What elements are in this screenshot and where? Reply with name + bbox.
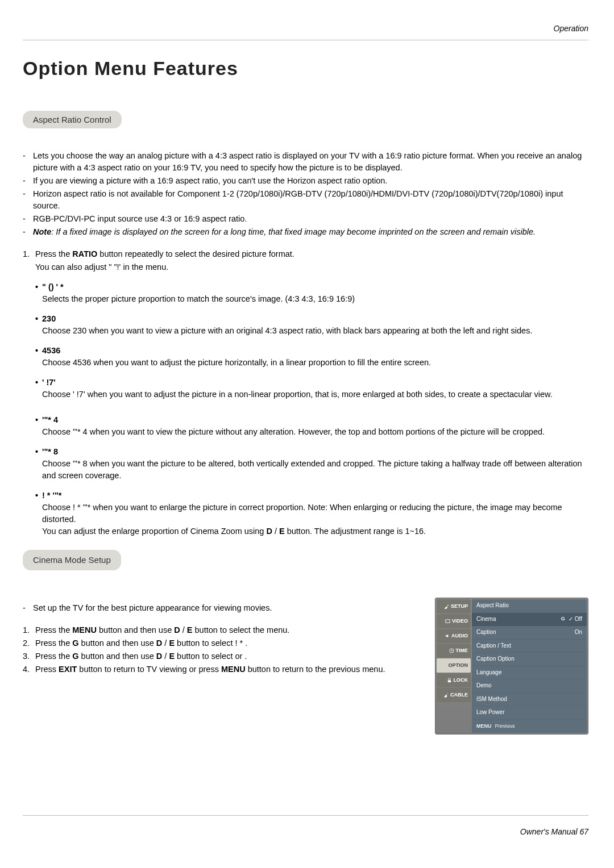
cinema-heading: Cinema Mode Setup	[23, 550, 121, 570]
osd-tab-option[interactable]: OPTION	[437, 658, 471, 673]
osd-row[interactable]: Language	[472, 666, 587, 680]
cinema-dash: Set up the TV for the best picture appea…	[33, 602, 419, 614]
note-label: Note	[33, 227, 51, 236]
osd-row[interactable]: ISM Method	[472, 693, 587, 707]
osd-row[interactable]: Caption / Text	[472, 640, 587, 653]
step-subtext: You can also adjust " "!' in the menu.	[23, 261, 588, 273]
bullet-desc: Choose 230 when you want to view a pictu…	[35, 325, 588, 337]
bullet-name: 230	[42, 314, 56, 323]
osd-row[interactable]: Demo	[472, 679, 587, 693]
bullet-name: '"* 8	[42, 447, 58, 456]
bullet-desc: Choose ' !7' when you want to adjust the…	[35, 389, 588, 400]
bullet-desc-2: You can adjust the enlarge proportion of…	[35, 525, 588, 537]
osd-value: Off	[575, 615, 582, 624]
aspect-dash-list: -Lets you choose the way an analog pictu…	[23, 150, 588, 238]
osd-value: On	[575, 628, 582, 637]
note-text: : If a fixed image is displayed on the s…	[51, 227, 536, 236]
bullet-name: ' !7'	[42, 378, 56, 387]
tv-icon	[445, 619, 450, 624]
osd-row[interactable]: Low Power	[472, 706, 587, 720]
cinema-step: Press the MENU button and then use D / E…	[35, 624, 419, 636]
aspect-steps: 1. Press the RATIO button repeatedly to …	[23, 248, 588, 273]
osd-tabs: SETUP VIDEO AUDIO TIME OPTION	[437, 599, 471, 733]
section-header: Operation	[554, 24, 588, 33]
dash-item: If you are viewing a picture with a 16:9…	[33, 175, 588, 187]
lock-icon	[447, 678, 452, 683]
top-divider	[23, 40, 588, 40]
osd-row[interactable]: Aspect Ratio	[472, 599, 587, 613]
page-title: Option Menu Features	[23, 57, 588, 80]
bullet-desc: Choose ! * '"* when you want to enlarge …	[35, 502, 588, 525]
osd-tab-cable[interactable]: CABLE	[437, 688, 471, 702]
satellite-icon	[444, 604, 449, 609]
step-text: Press the RATIO button repeatedly to sel…	[35, 248, 588, 260]
svg-rect-0	[446, 620, 450, 623]
cinema-step: Press the G button and then use D / E bu…	[35, 650, 419, 662]
bullet-name: ! * '"*	[42, 491, 62, 500]
aspect-ratio-heading: Aspect Ratio Control	[23, 111, 122, 128]
bullet-name: 4536	[42, 346, 60, 355]
dash-item: Horizon aspect ratio is not available fo…	[33, 188, 588, 212]
osd-row-selected[interactable]: Cinema G ✓ Off	[472, 613, 587, 627]
check-icon: ✓	[569, 615, 573, 624]
osd-row[interactable]: CaptionOn	[472, 626, 587, 640]
osd-menu: SETUP VIDEO AUDIO TIME OPTION	[435, 598, 588, 735]
cinema-step: Press the G button and then use D / E bu…	[35, 637, 419, 649]
bullet-name: '"* 4	[42, 415, 58, 424]
bottom-divider	[23, 815, 588, 816]
bullet-desc: Choose 4536 when you want to adjust the …	[35, 357, 588, 369]
osd-row[interactable]: Caption Option	[472, 653, 587, 666]
dash-item: Lets you choose the way an analog pictur…	[33, 150, 588, 174]
bullet-desc: Choose '"* 4 when you want to view the p…	[35, 426, 588, 438]
clock-icon	[449, 648, 454, 653]
plug-icon	[443, 692, 449, 698]
dash-item: RGB-PC/DVI-PC input source use 4:3 or 16…	[33, 213, 588, 225]
bullet-desc: Choose '"* 8 when you want the picture t…	[35, 458, 588, 482]
cinema-step: Press EXIT button to return to TV viewin…	[35, 663, 419, 675]
svg-rect-2	[447, 681, 450, 683]
aspect-bullets: •" () ' * Selects the proper picture pro…	[23, 281, 588, 537]
osd-content: Aspect Ratio Cinema G ✓ Off CaptionOn Ca…	[472, 599, 587, 733]
osd-tab-time[interactable]: TIME	[437, 644, 471, 658]
osd-tab-video[interactable]: VIDEO	[437, 614, 471, 628]
osd-tab-setup[interactable]: SETUP	[437, 599, 471, 614]
osd-tab-audio[interactable]: AUDIO	[437, 629, 471, 643]
speaker-icon	[445, 633, 450, 639]
osd-footer: MENUPrevious	[472, 720, 587, 733]
bullet-desc: Selects the proper picture proportion to…	[35, 293, 588, 305]
arrow-g-icon: G	[561, 615, 565, 623]
osd-tab-lock[interactable]: LOCK	[437, 673, 471, 687]
page-footer: Owner's Manual 67	[520, 827, 588, 836]
bullet-name: " () ' *	[42, 282, 64, 291]
note-row: Note: If a fixed image is displayed on t…	[33, 226, 588, 238]
